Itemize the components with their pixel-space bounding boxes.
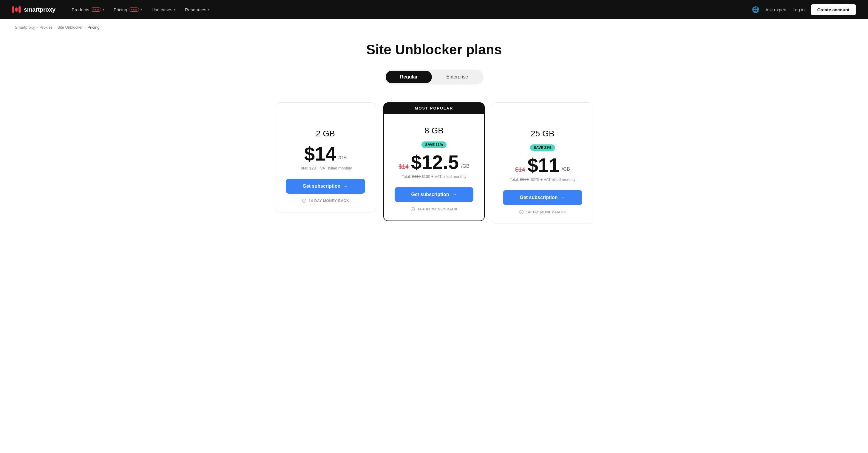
- nav-products[interactable]: Products NEW ▾: [67, 5, 108, 14]
- plan-2gb-unit: /GB: [339, 155, 347, 160]
- plan-8gb-size: 8 GB: [425, 126, 443, 135]
- nav-pricing-chevron-icon: ▾: [141, 8, 142, 11]
- nav-products-chevron-icon: ▾: [103, 8, 104, 11]
- plan-card-8gb: 8 GB SAVE 11% $14 $12.5 /GB Total: $112$…: [383, 114, 485, 221]
- page-title: Site Unblocker plans: [366, 41, 502, 58]
- plan-2gb-price: $14: [304, 145, 336, 163]
- plan-8gb-arrow-icon: →: [452, 192, 457, 197]
- breadcrumb-sep-3: ›: [85, 25, 86, 30]
- breadcrumb-site-unblocker[interactable]: Site Unblocker: [58, 25, 83, 30]
- logo-icon: [12, 6, 21, 13]
- plan-2gb-subscribe-button[interactable]: Get subscription →: [286, 179, 365, 194]
- plan-2gb-subscribe-label: Get subscription: [303, 184, 340, 189]
- plan-2gb-money-back: 14-DAY MONEY-BACK: [302, 199, 349, 203]
- plan-2gb-total: Total: $28 + VAT billed monthly: [299, 166, 352, 171]
- plan-8gb-unit: /GB: [461, 163, 469, 169]
- plan-card-8gb-wrapper: MOST POPULAR 8 GB SAVE 11% $14 $12.5 /GB…: [383, 102, 485, 221]
- navbar: smartproxy Products NEW ▾ Pricing NEW ▾ …: [0, 0, 868, 19]
- shield-icon-25gb: [519, 210, 524, 215]
- plan-8gb-price: $12.5: [411, 153, 459, 172]
- plan-8gb-money-back-label: 14-DAY MONEY-BACK: [417, 207, 458, 211]
- nav-right: 🌐 Ask expert Log in Create account: [752, 4, 856, 15]
- breadcrumb: Smartproxy › Proxies › Site Unblocker › …: [0, 19, 868, 35]
- language-icon[interactable]: 🌐: [752, 6, 760, 13]
- plan-2gb-money-back-label: 14-DAY MONEY-BACK: [309, 199, 349, 203]
- plan-2gb-price-row: $14 /GB: [304, 145, 347, 163]
- breadcrumb-sep-2: ›: [54, 25, 56, 30]
- pricing-cards: 2 GB $14 /GB Total: $28 + VAT billed mon…: [270, 102, 598, 224]
- nav-usecases[interactable]: Use cases ▾: [147, 5, 180, 14]
- nav-pricing-badge: NEW: [129, 7, 139, 12]
- toggle-enterprise[interactable]: Enterprise: [432, 71, 482, 83]
- plan-25gb-save-badge: SAVE 21%: [530, 145, 555, 151]
- plan-25gb-total: Total: $350 $275 + VAT billed monthly: [510, 177, 576, 182]
- create-account-button[interactable]: Create account: [811, 4, 856, 15]
- nav-usecases-chevron-icon: ▾: [174, 8, 176, 11]
- breadcrumb-proxies[interactable]: Proxies: [40, 25, 53, 30]
- nav-links: Products NEW ▾ Pricing NEW ▾ Use cases ▾…: [67, 5, 752, 14]
- nav-resources-label: Resources: [185, 7, 207, 12]
- shield-icon-8gb: [410, 207, 415, 212]
- shield-icon: [302, 199, 307, 203]
- nav-resources-chevron-icon: ▾: [208, 8, 209, 11]
- plan-25gb-price: $11: [528, 156, 560, 175]
- plan-8gb-total: Total: $112$100 + VAT billed monthly: [402, 174, 466, 179]
- ask-expert-link[interactable]: Ask expert: [765, 7, 786, 12]
- plan-25gb-price-row: $14 $11 /GB: [515, 156, 570, 175]
- plan-type-toggle: Regular Enterprise: [384, 69, 484, 85]
- toggle-regular[interactable]: Regular: [386, 71, 432, 83]
- nav-products-badge: NEW: [91, 7, 101, 12]
- breadcrumb-smartproxy[interactable]: Smartproxy: [15, 25, 35, 30]
- plan-25gb-money-back-label: 14-DAY MONEY-BACK: [526, 210, 566, 214]
- plan-25gb-subscribe-label: Get subscription: [520, 195, 557, 200]
- plan-25gb-arrow-icon: →: [561, 195, 565, 200]
- nav-resources[interactable]: Resources ▾: [181, 5, 214, 14]
- plan-2gb-size: 2 GB: [316, 129, 335, 139]
- plan-2gb-arrow-icon: →: [344, 184, 348, 189]
- login-link[interactable]: Log in: [793, 7, 805, 12]
- plan-8gb-total-old: $112: [412, 174, 421, 179]
- plan-card-2gb: 2 GB $14 /GB Total: $28 + VAT billed mon…: [275, 102, 376, 212]
- logo-text: smartproxy: [24, 6, 56, 13]
- plan-25gb-money-back: 14-DAY MONEY-BACK: [519, 210, 566, 215]
- plan-8gb-price-old: $14: [399, 163, 408, 170]
- nav-pricing[interactable]: Pricing NEW ▾: [110, 5, 146, 14]
- plan-8gb-subscribe-label: Get subscription: [411, 192, 449, 197]
- plan-8gb-subscribe-button[interactable]: Get subscription →: [395, 187, 473, 202]
- plan-25gb-price-old: $14: [515, 166, 525, 173]
- plan-25gb-subscribe-button[interactable]: Get subscription →: [503, 190, 582, 205]
- plan-card-25gb: 25 GB SAVE 21% $14 $11 /GB Total: $350 $…: [492, 102, 593, 224]
- nav-pricing-label: Pricing: [114, 7, 127, 12]
- plan-25gb-total-old: $350: [520, 177, 529, 182]
- plan-8gb-save-badge: SAVE 11%: [422, 142, 446, 148]
- plan-8gb-price-row: $14 $12.5 /GB: [399, 153, 469, 172]
- main-content: Site Unblocker plans Regular Enterprise …: [0, 35, 868, 248]
- breadcrumb-sep-1: ›: [36, 25, 38, 30]
- nav-products-label: Products: [71, 7, 89, 12]
- breadcrumb-current: Pricing: [87, 25, 99, 30]
- plan-8gb-money-back: 14-DAY MONEY-BACK: [410, 207, 458, 212]
- nav-usecases-label: Use cases: [152, 7, 173, 12]
- logo[interactable]: smartproxy: [12, 6, 56, 13]
- most-popular-header: MOST POPULAR: [383, 102, 485, 114]
- plan-25gb-unit: /GB: [562, 167, 570, 172]
- plan-25gb-size: 25 GB: [531, 129, 554, 139]
